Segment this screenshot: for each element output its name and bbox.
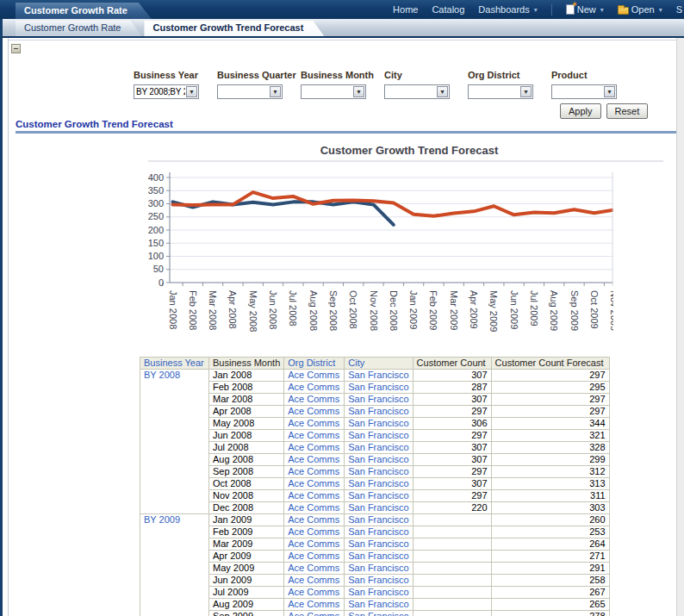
city-cell[interactable]: San Francisco: [345, 490, 413, 502]
col-header-customer-count-forecast[interactable]: Customer Count Forecast: [491, 358, 609, 370]
dropdown-arrow-icon[interactable]: ▼: [437, 86, 448, 97]
city-cell[interactable]: San Francisco: [345, 454, 413, 466]
city-cell[interactable]: San Francisco: [345, 418, 413, 430]
org-district-cell[interactable]: Ace Comms: [284, 563, 345, 575]
business-quarter-dropdown[interactable]: ▼: [217, 84, 283, 99]
month-cell: Jul 2009: [209, 587, 284, 599]
col-header-business-year[interactable]: Business Year: [140, 358, 209, 370]
nav-catalog[interactable]: Catalog: [432, 4, 464, 15]
customer-count-cell: [413, 526, 491, 538]
org-district-cell[interactable]: Ace Comms: [284, 526, 345, 538]
city-cell[interactable]: San Francisco: [345, 611, 413, 616]
org-district-cell[interactable]: Ace Comms: [284, 370, 345, 382]
x-axis-label: Jan 2009: [408, 290, 419, 329]
nav-open[interactable]: Open▾: [618, 4, 662, 15]
org-district-cell[interactable]: Ace Comms: [284, 442, 345, 454]
dropdown-arrow-icon[interactable]: ▼: [186, 86, 197, 97]
month-cell: Mar 2008: [209, 394, 284, 406]
org-district-cell[interactable]: Ace Comms: [284, 587, 345, 599]
city-cell[interactable]: San Francisco: [345, 575, 413, 587]
org-district-cell[interactable]: Ace Comms: [284, 454, 345, 466]
month-cell: Nov 2008: [209, 490, 284, 502]
city-cell[interactable]: San Francisco: [345, 526, 413, 538]
month-cell: Aug 2008: [209, 454, 284, 466]
tab-customer-growth-rate[interactable]: Customer Growth Rate: [16, 21, 141, 36]
forecast-cell: 321: [491, 430, 609, 442]
city-cell[interactable]: San Francisco: [345, 599, 413, 611]
city-cell[interactable]: San Francisco: [345, 430, 413, 442]
org-district-cell[interactable]: Ace Comms: [284, 575, 345, 587]
customer-count-cell: 307: [413, 454, 491, 466]
city-cell[interactable]: San Francisco: [345, 538, 413, 551]
filter-city: City ▼: [384, 70, 453, 99]
city-cell[interactable]: San Francisco: [345, 442, 413, 454]
org-district-cell[interactable]: Ace Comms: [284, 466, 345, 478]
col-header-customer-count[interactable]: Customer Count: [413, 358, 491, 370]
forecast-cell: 311: [491, 490, 609, 502]
city-cell[interactable]: San Francisco: [345, 587, 413, 599]
month-cell: Feb 2009: [209, 526, 284, 538]
month-cell: Sep 2009: [209, 611, 284, 616]
city-cell[interactable]: San Francisco: [345, 466, 413, 478]
nav-signed-in-clipped[interactable]: S: [676, 4, 682, 15]
month-cell: Oct 2008: [209, 478, 284, 490]
business-year-dropdown[interactable]: BY 2008;BY 200 ▼: [134, 84, 199, 99]
business-month-dropdown[interactable]: ▼: [301, 84, 366, 99]
apply-button[interactable]: Apply: [560, 103, 601, 119]
col-header-org-district[interactable]: Org District: [284, 358, 345, 370]
dropdown-arrow-icon[interactable]: ▼: [353, 86, 364, 97]
city-cell[interactable]: San Francisco: [345, 502, 413, 514]
org-district-cell[interactable]: Ace Comms: [284, 538, 345, 551]
year-group-cell[interactable]: BY 2009: [140, 514, 209, 616]
table-row: Feb 2009Ace CommsSan Francisco253: [140, 526, 610, 538]
reset-button[interactable]: Reset: [606, 103, 649, 119]
dropdown-arrow-icon[interactable]: ▼: [270, 86, 281, 97]
org-district-cell[interactable]: Ace Comms: [284, 490, 345, 502]
org-district-dropdown[interactable]: ▼: [468, 84, 533, 99]
x-axis-label: Nov 2008: [369, 290, 379, 331]
city-cell[interactable]: San Francisco: [345, 394, 413, 406]
chevron-down-icon: ▾: [600, 6, 604, 14]
dropdown-arrow-icon[interactable]: ▼: [520, 86, 532, 97]
table-row: Sep 2008Ace CommsSan Francisco297312: [140, 466, 610, 478]
customer-count-cell: [413, 514, 491, 526]
collapse-section-icon[interactable]: [11, 44, 21, 53]
month-cell: Aug 2009: [209, 599, 284, 611]
dropdown-arrow-icon[interactable]: ▼: [604, 86, 615, 97]
x-axis-label: Jul 2009: [529, 290, 539, 327]
org-district-cell[interactable]: Ace Comms: [284, 418, 345, 430]
org-district-cell[interactable]: Ace Comms: [284, 382, 345, 394]
nav-home[interactable]: Home: [393, 4, 418, 15]
product-dropdown[interactable]: ▼: [551, 84, 617, 99]
nav-separator: [551, 4, 552, 16]
nav-dashboards[interactable]: Dashboards▾: [478, 4, 537, 15]
forecast-cell: 312: [491, 466, 609, 478]
city-cell[interactable]: San Francisco: [345, 514, 413, 526]
org-district-cell[interactable]: Ace Comms: [284, 406, 345, 418]
table-row: Aug 2008Ace CommsSan Francisco307299: [140, 454, 610, 466]
org-district-cell[interactable]: Ace Comms: [284, 430, 345, 442]
city-cell[interactable]: San Francisco: [345, 551, 413, 563]
org-district-cell[interactable]: Ace Comms: [284, 611, 345, 616]
year-group-cell[interactable]: BY 2008: [140, 370, 209, 514]
y-axis-label: 350: [148, 185, 164, 196]
org-district-cell[interactable]: Ace Comms: [284, 514, 345, 526]
city-cell[interactable]: San Francisco: [345, 563, 413, 575]
tab-customer-growth-trend-forecast[interactable]: Customer Growth Trend Forecast: [144, 21, 324, 36]
city-cell[interactable]: San Francisco: [345, 406, 413, 418]
nav-new[interactable]: New▾: [566, 4, 604, 15]
col-header-city[interactable]: City: [345, 358, 413, 370]
org-district-cell[interactable]: Ace Comms: [284, 394, 345, 406]
city-cell[interactable]: San Francisco: [345, 370, 413, 382]
forecast-cell: 297: [491, 406, 609, 418]
org-district-cell[interactable]: Ace Comms: [284, 478, 345, 490]
city-dropdown[interactable]: ▼: [384, 84, 450, 99]
col-header-business-month[interactable]: Business Month: [209, 358, 284, 370]
filter-label: Org District: [468, 70, 537, 80]
org-district-cell[interactable]: Ace Comms: [284, 502, 345, 514]
org-district-cell[interactable]: Ace Comms: [284, 599, 345, 611]
city-cell[interactable]: San Francisco: [345, 382, 413, 394]
org-district-cell[interactable]: Ace Comms: [284, 551, 345, 563]
open-folder-icon: [618, 7, 629, 15]
city-cell[interactable]: San Francisco: [345, 478, 413, 490]
